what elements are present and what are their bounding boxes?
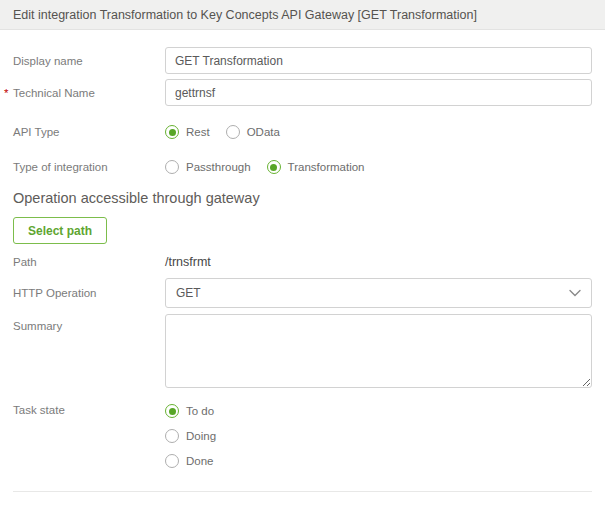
api-type-option-odata[interactable]: OData [226,123,280,141]
task-state-option-doing[interactable]: Doing [165,427,592,445]
path-row: Path /trnsfrmt [13,254,592,269]
api-type-row: API Type Rest OData [13,123,592,141]
radio-label: OData [247,126,280,138]
dialog-titlebar: Edit integration Transformation to Key C… [0,0,605,30]
summary-textarea[interactable] [165,314,592,388]
path-label: Path [13,256,165,268]
http-operation-value: GET [176,286,201,300]
radio-button-icon[interactable] [165,160,179,174]
display-name-input[interactable] [165,47,592,74]
radio-button-icon[interactable] [267,160,281,174]
integration-type-label: Type of integration [13,161,165,173]
api-type-option-rest[interactable]: Rest [165,123,210,141]
http-operation-select[interactable]: GET [165,278,592,308]
technical-name-input[interactable] [165,79,592,106]
technical-name-label-text: Technical Name [13,87,95,99]
path-value: /trnsfrmt [165,254,592,269]
radio-button-icon[interactable] [165,454,179,468]
radio-button-icon[interactable] [165,125,179,139]
technical-name-row: * Technical Name [13,79,592,106]
integration-option-transformation[interactable]: Transformation [267,158,365,176]
radio-label: To do [186,405,214,417]
required-asterisk: * [4,87,8,99]
radio-label: Doing [186,430,216,442]
footer-divider [13,491,592,492]
task-state-option-done[interactable]: Done [165,452,592,470]
section-title: Operation accessible through gateway [13,190,592,206]
task-state-label: Task state [13,402,165,416]
technical-name-label: * Technical Name [13,87,165,99]
api-type-label: API Type [13,126,165,138]
dialog-title: Edit integration Transformation to Key C… [13,8,477,22]
form-body: Display name * Technical Name API Type R… [0,30,605,506]
summary-row: Summary [13,314,592,392]
radio-label: Transformation [288,161,365,173]
radio-button-icon[interactable] [165,404,179,418]
radio-label: Done [186,455,214,467]
radio-button-icon[interactable] [165,429,179,443]
radio-label: Rest [186,126,210,138]
integration-type-row: Type of integration Passthrough Transfor… [13,158,592,176]
task-state-option-todo[interactable]: To do [165,402,592,420]
http-operation-row: HTTP Operation GET [13,278,592,308]
task-state-row: Task state To do Doing Done [13,402,592,477]
chevron-down-icon [569,289,581,297]
integration-option-passthrough[interactable]: Passthrough [165,158,251,176]
display-name-label: Display name [13,55,165,67]
select-path-button[interactable]: Select path [13,217,107,244]
http-operation-label: HTTP Operation [13,287,165,299]
radio-button-icon[interactable] [226,125,240,139]
radio-label: Passthrough [186,161,251,173]
summary-label: Summary [13,314,165,332]
display-name-row: Display name [13,47,592,74]
